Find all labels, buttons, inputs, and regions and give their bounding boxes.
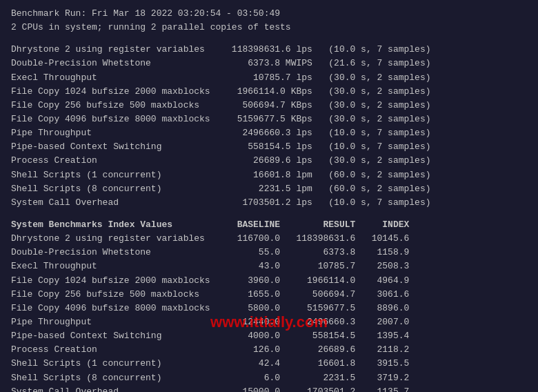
bench-item: Shell Scripts (8 concurrent) 2231.5 lpm …: [11, 182, 527, 196]
bench-item: Pipe-based Context Switching 558154.5 lp…: [11, 140, 527, 154]
terminal: Benchmark Run: Fri Mar 18 2022 03:20:54 …: [11, 7, 527, 392]
index-table-row: Process Creation 126.0 26689.6 2118.2: [11, 343, 527, 357]
index-table-header: System Benchmarks Index Values BASELINE …: [11, 218, 527, 232]
header-line1: Benchmark Run: Fri Mar 18 2022 03:20:54 …: [11, 7, 527, 21]
bench-item: File Copy 1024 bufsize 2000 maxblocks 19…: [11, 85, 527, 99]
index-table: www.ittially.com System Benchmarks Index…: [11, 218, 527, 392]
index-table-row: Dhrystone 2 using register variables 116…: [11, 232, 527, 246]
bench-item: Dhrystone 2 using register variables 118…: [11, 43, 527, 57]
bench-item: File Copy 256 bufsize 500 maxblocks 5066…: [11, 99, 527, 112]
bench-item: Pipe Throughput 2496660.3 lps (10.0 s, 7…: [11, 126, 527, 140]
bench-item: File Copy 4096 bufsize 8000 maxblocks 51…: [11, 112, 527, 126]
index-table-row: Double-Precision Whetstone 55.0 6373.8 1…: [11, 246, 527, 259]
benchmark-list: Dhrystone 2 using register variables 118…: [11, 43, 527, 210]
index-table-row: Shell Scripts (8 concurrent) 6.0 2231.5 …: [11, 371, 527, 385]
index-table-row: System Call Overhead 15000.0 1703501.2 1…: [11, 385, 527, 392]
index-table-row: Shell Scripts (1 concurrent) 42.4 16601.…: [11, 357, 527, 371]
header-line2: 2 CPUs in system; running 2 parallel cop…: [11, 21, 527, 35]
index-table-row: Pipe Throughput 12440.0 2496660.3 2007.0: [11, 315, 527, 329]
bench-item: Double-Precision Whetstone 6373.8 MWIPS …: [11, 57, 527, 70]
bench-item: Shell Scripts (1 concurrent) 16601.8 lpm…: [11, 168, 527, 182]
bench-item: Process Creation 26689.6 lps (30.0 s, 2 …: [11, 154, 527, 168]
index-table-row: File Copy 1024 bufsize 2000 maxblocks 39…: [11, 274, 527, 288]
bench-item: Execl Throughput 10785.7 lps (30.0 s, 2 …: [11, 71, 527, 85]
index-table-row: Pipe-based Context Switching 4000.0 5581…: [11, 329, 527, 343]
index-table-row: Execl Throughput 43.0 10785.7 2508.3: [11, 259, 527, 273]
index-table-row: File Copy 256 bufsize 500 maxblocks 1655…: [11, 288, 527, 302]
bench-item: System Call Overhead 1703501.2 lps (10.0…: [11, 196, 527, 210]
index-table-row: File Copy 4096 bufsize 8000 maxblocks 58…: [11, 302, 527, 315]
